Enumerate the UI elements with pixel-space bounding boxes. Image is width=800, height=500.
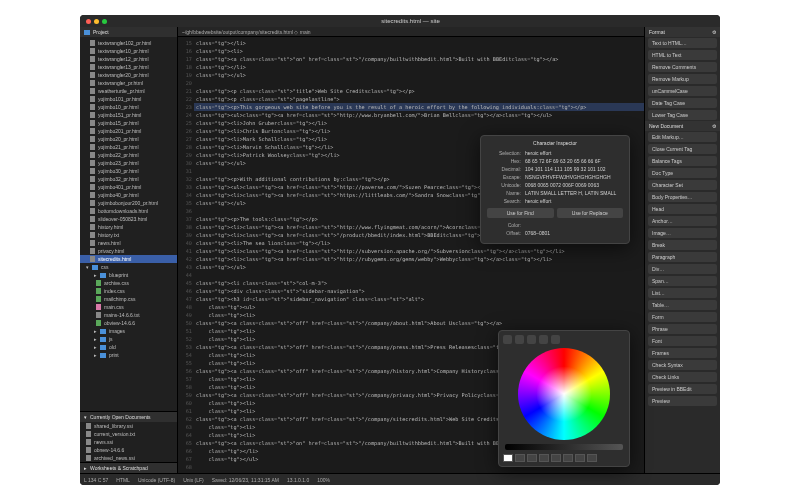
palette-item[interactable]: Remove Markup [648, 74, 717, 84]
color-tab-pencils-icon[interactable] [551, 335, 560, 344]
file-item[interactable]: textwrangler12_pr.html [80, 55, 177, 63]
palette-item[interactable]: Head [648, 204, 717, 214]
file-item[interactable]: textwrangler13_pr.html [80, 63, 177, 71]
gear-icon[interactable]: ⚙ [712, 29, 716, 35]
palette-item[interactable]: unCammelCase [648, 86, 717, 96]
palette-item[interactable]: Text to HTML… [648, 38, 717, 48]
file-item[interactable]: yojimbo32_pr.html [80, 175, 177, 183]
palette-item[interactable]: Phrase [648, 324, 717, 334]
palette-item[interactable]: Edit Markup… [648, 132, 717, 142]
folder-item[interactable]: ▸ blueprint [80, 271, 177, 279]
folder-item[interactable]: ▸ print [80, 351, 177, 359]
swatch[interactable] [527, 454, 537, 462]
palette-header[interactable]: New Document⚙ [645, 121, 720, 131]
palette-item[interactable]: Close Current Tag [648, 144, 717, 154]
open-doc-item[interactable]: obnew-14.6.6 [80, 446, 177, 454]
file-item[interactable]: yojimbo22_pr.html [80, 151, 177, 159]
folder-item[interactable]: ▾ css [80, 263, 177, 271]
file-item[interactable]: yojimbo10_pr.html [80, 103, 177, 111]
palette-item[interactable]: Span… [648, 276, 717, 286]
file-item[interactable]: history.html [80, 223, 177, 231]
file-item[interactable]: yojimbo401_pr.html [80, 183, 177, 191]
file-item[interactable]: yojimbo15_pr.html [80, 119, 177, 127]
palette-item[interactable]: Frames [648, 348, 717, 358]
file-item[interactable]: yojimbo30_pr.html [80, 167, 177, 175]
color-tab-sliders-icon[interactable] [515, 335, 524, 344]
file-item[interactable]: textwrangler102_pr.html [80, 39, 177, 47]
palette-item[interactable]: List… [648, 288, 717, 298]
file-item[interactable]: yojimbo40_pr.html [80, 191, 177, 199]
file-item[interactable]: yojimbo151_pr.html [80, 111, 177, 119]
palette-item[interactable]: Font [648, 336, 717, 346]
gear-icon[interactable]: ⚙ [712, 123, 716, 129]
open-doc-item[interactable]: archived_news.ssi [80, 454, 177, 462]
file-item[interactable]: yojimbo201_pr.html [80, 127, 177, 135]
file-item[interactable]: weatherturtle_pr.html [80, 87, 177, 95]
file-item[interactable]: textwrangler10_pr.html [80, 47, 177, 55]
file-item[interactable]: archive.css [80, 279, 177, 287]
project-header[interactable]: Project [80, 27, 177, 37]
palette-item[interactable]: Paragraph [648, 252, 717, 262]
file-item[interactable]: mains-14.6.6.txt [80, 311, 177, 319]
swatch[interactable] [551, 454, 561, 462]
file-item[interactable]: yojimbobonjour200_pr.html [80, 199, 177, 207]
file-item[interactable]: privacy.html [80, 247, 177, 255]
color-tab-palette-icon[interactable] [527, 335, 536, 344]
palette-item[interactable]: Break [648, 240, 717, 250]
file-item[interactable]: main.css [80, 303, 177, 311]
swatch[interactable] [575, 454, 585, 462]
file-item[interactable]: index.css [80, 287, 177, 295]
palette-item[interactable]: Table… [648, 300, 717, 310]
status-le[interactable]: Unix (LF) [183, 477, 204, 483]
file-item[interactable]: textwrangler_pr.html [80, 79, 177, 87]
close-icon[interactable] [86, 19, 91, 24]
file-item[interactable]: yojimbo23_pr.html [80, 159, 177, 167]
palette-item[interactable]: Form [648, 312, 717, 322]
palette-item[interactable]: Balance Tags [648, 156, 717, 166]
open-doc-item[interactable]: shared_library.ssi [80, 422, 177, 430]
file-item[interactable]: sitecredits.html [80, 255, 177, 263]
brightness-slider[interactable] [505, 444, 623, 450]
palette-item[interactable]: Lower Tag Case [648, 110, 717, 120]
character-inspector-panel[interactable]: Character Inspector Selection:heroic eff… [480, 135, 630, 244]
file-item[interactable]: yojimbo21_pr.html [80, 143, 177, 151]
char-panel-button[interactable]: Use for Replace [557, 208, 624, 218]
palette-item[interactable]: Date Tag Case [648, 98, 717, 108]
color-tab-spectrum-icon[interactable] [539, 335, 548, 344]
color-tab-wheel-icon[interactable] [503, 335, 512, 344]
file-item[interactable]: yojimbo20_pr.html [80, 135, 177, 143]
color-wheel[interactable] [518, 348, 610, 440]
color-picker-panel[interactable] [498, 330, 630, 467]
palette-item[interactable]: HTML to Text [648, 50, 717, 60]
open-doc-item[interactable]: current_version.txt [80, 430, 177, 438]
status-lang[interactable]: HTML [116, 477, 130, 483]
palette-header[interactable]: Format⚙ [645, 27, 720, 37]
status-zoom[interactable]: 100% [317, 477, 330, 483]
file-item[interactable]: mailchimp.css [80, 295, 177, 303]
current-swatch[interactable] [503, 454, 513, 462]
file-item[interactable]: history.txt [80, 231, 177, 239]
file-tree[interactable]: textwrangler102_pr.htmltextwrangler10_pr… [80, 37, 177, 411]
folder-item[interactable]: ▸ images [80, 327, 177, 335]
path-bar[interactable]: ~/gh/bbedwebsite/output/company/sitecred… [178, 27, 644, 37]
swatch[interactable] [515, 454, 525, 462]
char-panel-button[interactable]: Use for Find [487, 208, 554, 218]
file-item[interactable]: yojimbo101_pr.html [80, 95, 177, 103]
swatch[interactable] [563, 454, 573, 462]
palette-item[interactable]: Image… [648, 228, 717, 238]
palette-item[interactable]: Div… [648, 264, 717, 274]
minimize-icon[interactable] [94, 19, 99, 24]
folder-item[interactable]: ▸ js [80, 335, 177, 343]
file-item[interactable]: obview-14.6.6 [80, 319, 177, 327]
swatch[interactable] [587, 454, 597, 462]
palette-item[interactable]: Doc Type [648, 168, 717, 178]
palette-item[interactable]: Preview [648, 396, 717, 406]
palette-item[interactable]: Anchor… [648, 216, 717, 226]
swatch[interactable] [539, 454, 549, 462]
palette-item[interactable]: Body Properties… [648, 192, 717, 202]
palette-item[interactable]: Check Links [648, 372, 717, 382]
file-item[interactable]: bottomdownloads.html [80, 207, 177, 215]
folder-item[interactable]: ▸ old [80, 343, 177, 351]
file-item[interactable]: textwrangler20_pr.html [80, 71, 177, 79]
palette-item[interactable]: Remove Comments [648, 62, 717, 72]
